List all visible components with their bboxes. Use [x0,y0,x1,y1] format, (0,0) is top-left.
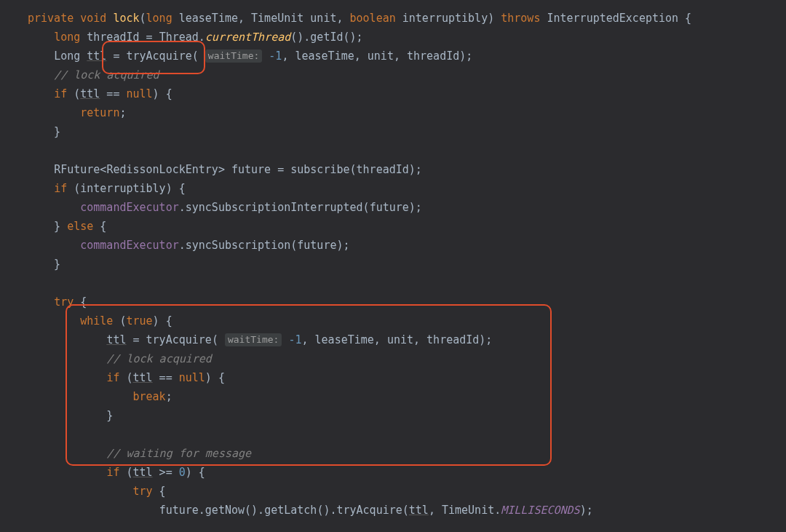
type-RedissonLockEntry: RedissonLockEntry [106,163,218,176]
kw-try2: try [133,485,153,498]
kw-throws: throws [501,12,540,25]
var-threadId: threadId [87,31,139,44]
arg-future: future [370,201,409,214]
num-0: 0 [179,466,186,479]
param-interruptibly: interruptibly [402,12,488,25]
kw-if3: if [106,371,119,384]
method-syncSubInt: syncSubscriptionInterrupted [186,201,363,214]
kw-if2: if [54,182,67,195]
method-tryAcquire: tryAcquire [126,49,191,63]
type-RFuture: RFuture [54,163,100,176]
var-ttl6: ttl [409,504,429,517]
var-ttl: ttl [87,49,106,63]
kw-null2: null [179,371,205,384]
type-Long: Long [54,49,80,63]
comment-waiting: // waiting for message [106,447,251,460]
arg-threadId: threadId [407,49,459,63]
type-TimeUnit: TimeUnit [251,12,303,25]
param-leaseTime: leaseTime [179,12,238,25]
kw-try: try [54,295,74,309]
arg-unit: unit [368,49,394,63]
num-neg1: -1 [269,49,282,63]
method-getNow: getNow [205,504,245,517]
var-ttl4: ttl [133,371,153,384]
num-neg1b: -1 [288,333,301,346]
field-commandExecutor2: commandExecutor [80,239,178,252]
method-subscribe: subscribe [290,163,349,176]
var-ttl3: ttl [106,333,126,346]
kw-return: return [80,106,119,119]
type-long: long [146,12,172,25]
const-MILLISECONDS: MILLISECONDS [501,504,579,517]
method-getId: getId [310,31,343,44]
kw-if4: if [106,466,119,479]
field-commandExecutor: commandExecutor [80,201,178,214]
param-unit: unit [310,12,336,25]
hint-waitTime: waitTime: [205,49,262,63]
kw-if: if [54,87,67,100]
arg-future2: future [297,239,336,252]
type-InterruptedException: InterruptedException [547,12,678,25]
class-TimeUnit: TimeUnit [442,504,494,517]
kw-while: while [80,314,113,327]
var-future2: future [159,504,199,517]
method-getLatch: getLatch [264,504,317,517]
arg-leaseTime: leaseTime [295,49,354,63]
comment-lock-acquired2: // lock acquired [106,352,212,365]
kw-else: else [67,220,93,233]
var-future: future [231,163,271,176]
code-block: private void lock(long leaseTime, TimeUn… [0,0,786,520]
kw-null: null [126,87,152,100]
method-tryAcquire3: tryAcquire [336,504,402,517]
comment-lock-acquired: // lock acquired [54,68,159,82]
type-boolean: boolean [350,12,396,25]
arg-unit2: unit [387,333,413,346]
var-interruptibly: interruptibly [80,182,165,195]
method-tryAcquire2: tryAcquire [146,333,212,346]
kw-void: void [80,12,106,25]
kw-break: break [133,390,166,403]
arg-threadId2: threadId [357,163,409,176]
var-ttl2: ttl [80,87,100,100]
method-lock: lock [113,12,139,25]
type-long2: long [54,31,80,44]
class-Thread: Thread [159,31,199,44]
kw-private: private [28,12,74,25]
method-currentThread: currentThread [205,31,290,44]
method-syncSub: syncSubscription [186,239,291,252]
hint-waitTime2: waitTime: [225,333,282,346]
kw-true: true [126,314,152,327]
var-ttl5: ttl [133,466,153,479]
arg-leaseTime2: leaseTime [315,333,374,346]
arg-threadId3: threadId [426,333,479,346]
